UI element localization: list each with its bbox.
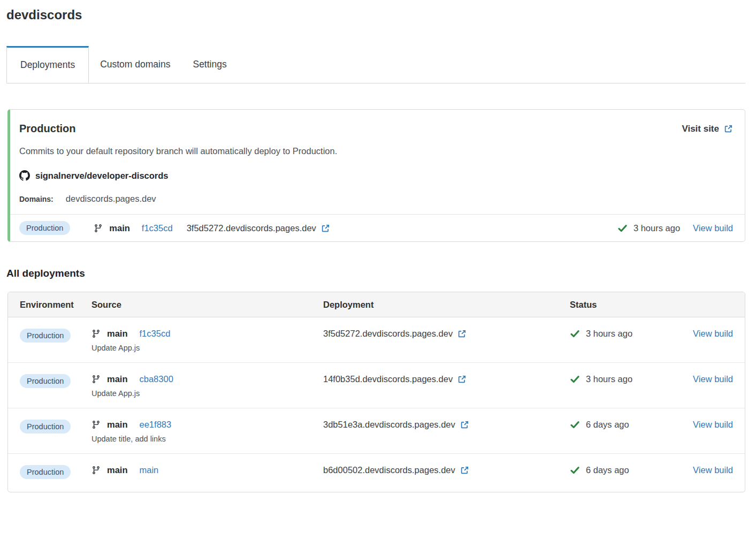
- success-check-icon: [570, 329, 580, 339]
- table-row: Production main ee1f883 Update title, ad…: [8, 408, 745, 453]
- tab-custom-domains[interactable]: Custom domains: [89, 46, 181, 83]
- production-deployment-row: Production main f1c35cd 3f5d5272.devdisc…: [10, 215, 745, 241]
- commit-link[interactable]: f1c35cd: [142, 223, 173, 233]
- git-branch-icon: [91, 420, 101, 429]
- tab-custom-domains-label: Custom domains: [100, 59, 170, 70]
- production-card: Production Visit site Commits to your de…: [7, 109, 745, 242]
- deployment-time: 3 hours ago: [586, 329, 632, 339]
- deployment-url-link[interactable]: 3f5d5272.devdiscords.pages.dev: [187, 223, 330, 233]
- success-check-icon: [570, 465, 580, 475]
- environment-badge: Production: [20, 329, 71, 343]
- deployment-url-text: b6d00502.devdiscords.pages.dev: [323, 465, 455, 475]
- external-link-icon: [321, 224, 330, 233]
- deployment-time: 3 hours ago: [633, 223, 680, 233]
- page-title: devdiscords: [6, 6, 745, 22]
- production-card-title: Production: [19, 123, 76, 135]
- column-header-status: Status: [570, 300, 733, 310]
- visit-site-label: Visit site: [682, 124, 719, 134]
- success-check-icon: [570, 374, 580, 384]
- table-header-row: Environment Source Deployment Status: [8, 292, 745, 317]
- git-branch-icon: [91, 375, 101, 384]
- deployment-time: 6 days ago: [586, 420, 629, 430]
- deployment-url-link[interactable]: 14f0b35d.devdiscords.pages.dev: [323, 374, 467, 384]
- branch-name: main: [107, 374, 128, 384]
- external-link-icon: [460, 420, 469, 429]
- all-deployments-heading: All deployments: [6, 268, 745, 279]
- visit-site-link[interactable]: Visit site: [682, 124, 733, 134]
- domains-label: Domains:: [19, 195, 54, 203]
- github-icon: [19, 170, 30, 181]
- external-link-icon: [724, 124, 733, 133]
- deployment-url-link[interactable]: 3db51e3a.devdiscords.pages.dev: [323, 420, 469, 430]
- deployment-time: 3 hours ago: [586, 374, 632, 384]
- external-link-icon: [457, 375, 467, 384]
- environment-badge: Production: [20, 420, 71, 434]
- deployments-table: Environment Source Deployment Status Pro…: [7, 292, 745, 492]
- environment-badge: Production: [20, 374, 71, 388]
- environment-badge: Production: [20, 465, 71, 479]
- tab-deployments[interactable]: Deployments: [6, 46, 89, 83]
- git-branch-icon: [91, 329, 101, 338]
- deployment-url-text: 14f0b35d.devdiscords.pages.dev: [323, 374, 453, 384]
- view-build-link[interactable]: View build: [693, 374, 733, 384]
- view-build-link[interactable]: View build: [693, 223, 733, 233]
- table-row: Production main main b6d00502.devdiscord…: [8, 453, 745, 492]
- tab-settings-label: Settings: [193, 59, 226, 70]
- branch-name: main: [109, 223, 130, 233]
- external-link-icon: [457, 329, 467, 338]
- git-branch-icon: [94, 224, 103, 233]
- success-check-icon: [570, 420, 580, 430]
- repository-name: signalnerve/developer-discords: [35, 171, 169, 181]
- branch-name: main: [107, 329, 128, 339]
- external-link-icon: [460, 466, 469, 475]
- deployment-url-text: 3db51e3a.devdiscords.pages.dev: [323, 420, 455, 430]
- view-build-link[interactable]: View build: [693, 420, 733, 430]
- view-build-link[interactable]: View build: [693, 329, 733, 339]
- tab-deployments-label: Deployments: [20, 59, 75, 71]
- tab-settings[interactable]: Settings: [181, 46, 238, 83]
- tab-bar: Deployments Custom domains Settings: [6, 46, 745, 83]
- deployment-time: 6 days ago: [586, 465, 629, 475]
- commit-message: Update title, add links: [91, 435, 323, 443]
- column-header-deployment: Deployment: [323, 300, 570, 310]
- view-build-link[interactable]: View build: [693, 465, 733, 475]
- commit-message: Update App.js: [91, 389, 323, 398]
- column-header-source: Source: [91, 300, 323, 310]
- commit-message: Update App.js: [91, 344, 323, 352]
- commit-link[interactable]: ee1f883: [140, 420, 172, 430]
- commit-link[interactable]: cba8300: [140, 374, 173, 384]
- success-check-icon: [617, 223, 628, 233]
- commit-link[interactable]: f1c35cd: [140, 329, 171, 339]
- column-header-environment: Environment: [20, 300, 91, 310]
- table-row: Production main cba8300 Update App.js 14…: [8, 362, 745, 408]
- git-branch-icon: [91, 466, 101, 475]
- branch-name: main: [107, 465, 128, 475]
- domains-value: devdiscords.pages.dev: [66, 194, 156, 204]
- branch-name: main: [107, 420, 128, 430]
- deployment-url-link[interactable]: 3f5d5272.devdiscords.pages.dev: [323, 329, 467, 339]
- deployment-url-text: 3f5d5272.devdiscords.pages.dev: [187, 223, 316, 233]
- table-row: Production main f1c35cd Update App.js 3f…: [8, 317, 745, 362]
- deployment-url-link[interactable]: b6d00502.devdiscords.pages.dev: [323, 465, 469, 475]
- production-description: Commits to your default repository branc…: [19, 146, 733, 156]
- environment-badge: Production: [19, 221, 70, 235]
- commit-link[interactable]: main: [140, 465, 159, 475]
- deployment-url-text: 3f5d5272.devdiscords.pages.dev: [323, 329, 453, 339]
